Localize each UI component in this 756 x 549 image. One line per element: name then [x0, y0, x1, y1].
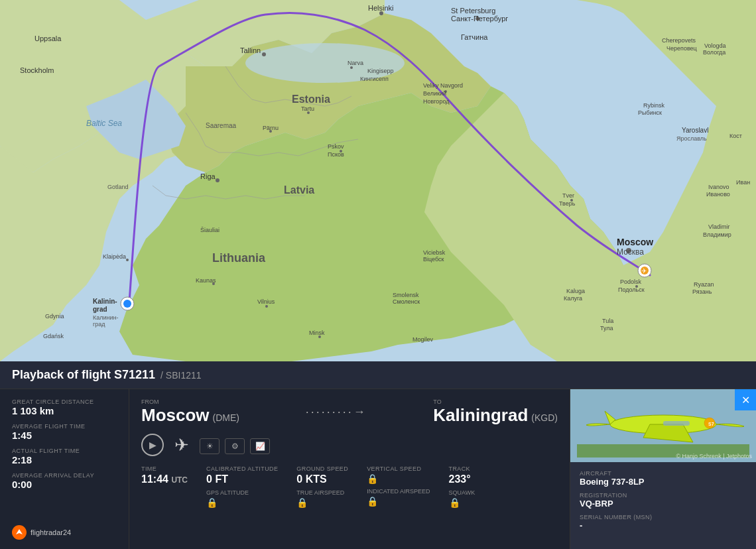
- svg-text:Klaipėda: Klaipėda: [103, 253, 126, 260]
- svg-rect-98: [663, 421, 690, 426]
- svg-text:Tartu: Tartu: [301, 105, 314, 112]
- svg-text:Владимир: Владимир: [703, 231, 731, 238]
- actual-flight-label: ACTUAL FLIGHT TIME: [12, 448, 117, 454]
- svg-text:Pärnu: Pärnu: [263, 125, 279, 131]
- svg-text:Тула: Тула: [600, 325, 613, 332]
- svg-text:Санкт-Петербург: Санкт-Петербург: [451, 15, 508, 23]
- svg-point-19: [262, 52, 266, 56]
- svg-point-23: [350, 66, 353, 69]
- to-endpoint: TO Kaliningrad (KGD): [433, 398, 558, 426]
- avg-delay-label: AVERAGE ARRIVAL DELAY: [12, 472, 117, 479]
- svg-text:Смоленск: Смоленск: [393, 298, 420, 305]
- route-panel: FROM Moscow (DME) ·········→ TO Kalining…: [129, 389, 570, 549]
- svg-text:Gdańsk: Gdańsk: [43, 333, 64, 339]
- svg-text:St Petersburg: St Petersburg: [451, 7, 495, 15]
- svg-text:Podolsk: Podolsk: [620, 278, 642, 285]
- actual-flight-value: 2:18: [12, 454, 117, 465]
- aircraft-image-container: ✕: [570, 389, 756, 462]
- playback-icon-sun[interactable]: ☀: [200, 438, 220, 454]
- svg-point-50: [265, 305, 268, 308]
- from-city: Moscow: [141, 405, 210, 426]
- avg-delay-value: 0:00: [12, 479, 117, 490]
- svg-text:Vologda: Vologda: [704, 42, 726, 49]
- registration-label: REGISTRATION: [580, 492, 747, 499]
- aircraft-type: Boeing 737-8LP: [580, 477, 747, 487]
- serial-value: -: [580, 520, 747, 530]
- indicated-airspeed-lock: 🔒: [367, 496, 430, 507]
- vertical-speed-label: VERTICAL SPEED: [367, 465, 430, 472]
- svg-text:Ярославль: Ярославль: [676, 135, 707, 142]
- playback-icon-tool[interactable]: ⚙: [225, 438, 245, 454]
- svg-text:Ryazan: Ryazan: [694, 281, 714, 288]
- svg-text:Калуга: Калуга: [564, 295, 582, 302]
- aircraft-type-block: AIRCRAFT Boeing 737-8LP: [580, 470, 747, 487]
- svg-text:Yaroslavl: Yaroslavl: [682, 127, 708, 134]
- from-label: FROM: [141, 398, 239, 405]
- route-arrow: ·········→: [247, 405, 425, 419]
- svg-text:Віцебск: Віцебск: [423, 256, 444, 263]
- svg-text:Pskov: Pskov: [328, 143, 344, 150]
- avg-flight-value: 1:45: [12, 430, 117, 441]
- great-circle-value: 1 103 km: [12, 405, 117, 416]
- svg-text:S7: S7: [708, 422, 714, 426]
- ground-speed-value: 0 KTS: [296, 473, 348, 485]
- svg-text:Кост: Кост: [729, 133, 742, 139]
- svg-text:Mogilev: Mogilev: [412, 336, 434, 343]
- svg-text:Ivanovo: Ivanovo: [708, 184, 729, 190]
- actual-flight-stat: ACTUAL FLIGHT TIME 2:18: [12, 448, 117, 465]
- svg-text:Тверь: Тверь: [559, 200, 576, 207]
- svg-text:Иван: Иван: [736, 179, 750, 186]
- time-label: TIME: [141, 465, 188, 472]
- svg-text:Псков: Псков: [328, 151, 344, 158]
- to-code: (KGD): [531, 412, 558, 423]
- flight-subtitle: / SBI1211: [160, 370, 202, 381]
- svg-point-12: [123, 300, 131, 308]
- plane-icon: ✈: [174, 435, 189, 456]
- svg-text:Череповец: Череповец: [666, 45, 697, 52]
- gps-alt-lock: 🔒: [206, 497, 278, 508]
- svg-text:Estonia: Estonia: [292, 93, 330, 105]
- svg-text:Москва: Москва: [617, 247, 644, 257]
- indicated-airspeed-label: INDICATED AIRSPEED: [367, 488, 430, 495]
- svg-text:Рыбинск: Рыбинск: [638, 109, 662, 116]
- cal-alt-label: CALIBRATED ALTITUDE: [206, 465, 278, 472]
- registration-value: VQ-BRP: [580, 499, 747, 509]
- svg-text:✈: ✈: [641, 267, 647, 274]
- svg-text:град: град: [93, 321, 105, 328]
- great-circle-stat: GREAT CIRCLE DISTANCE 1 103 km: [12, 398, 117, 416]
- true-airspeed-lock: 🔒: [296, 497, 348, 508]
- registration-block: REGISTRATION VQ-BRP: [580, 492, 747, 509]
- svg-text:Narva: Narva: [347, 60, 363, 66]
- serial-label: SERIAL NUMBER (MSN): [580, 514, 747, 520]
- photo-credit: © Hanjo Schrenk | Jetphotos: [676, 453, 752, 459]
- content-row: GREAT CIRCLE DISTANCE 1 103 km AVERAGE F…: [0, 389, 756, 549]
- svg-text:Tallinn: Tallinn: [240, 46, 261, 54]
- from-code: (DME): [213, 412, 239, 423]
- svg-text:Uppsala: Uppsala: [34, 34, 62, 42]
- svg-text:Smolensk: Smolensk: [393, 292, 419, 298]
- svg-text:Saaremaa: Saaremaa: [206, 122, 237, 129]
- stats-panel: GREAT CIRCLE DISTANCE 1 103 km AVERAGE F…: [0, 389, 129, 549]
- track-label: TRACK: [449, 465, 475, 472]
- play-button[interactable]: ▶: [141, 434, 164, 456]
- close-button[interactable]: ✕: [735, 389, 756, 410]
- svg-text:Подольск: Подольск: [618, 286, 645, 293]
- track-col: TRACK 233° SQUAWK 🔒: [449, 465, 475, 508]
- svg-text:Riga: Riga: [200, 172, 216, 180]
- avg-delay-stat: AVERAGE ARRIVAL DELAY 0:00: [12, 472, 117, 490]
- fr-logo-text: flightradar24: [31, 528, 71, 536]
- ground-speed-label: GROUND SPEED: [296, 465, 348, 472]
- svg-text:Minsk: Minsk: [309, 330, 325, 336]
- svg-text:Kalinin-: Kalinin-: [93, 298, 117, 305]
- playback-icon-chart[interactable]: 📈: [250, 438, 270, 454]
- svg-text:Tver: Tver: [562, 192, 574, 199]
- svg-text:Kaunas: Kaunas: [196, 277, 216, 284]
- svg-point-41: [216, 178, 220, 182]
- svg-text:Кингисепп: Кингисепп: [360, 76, 389, 82]
- to-label: TO: [433, 398, 558, 405]
- svg-text:grad: grad: [93, 306, 107, 313]
- cal-alt-value: 0 FT: [206, 473, 278, 485]
- aircraft-panel: ✕: [570, 389, 756, 549]
- svg-text:Gdynia: Gdynia: [45, 313, 64, 320]
- svg-text:Вологда: Вологда: [703, 49, 725, 56]
